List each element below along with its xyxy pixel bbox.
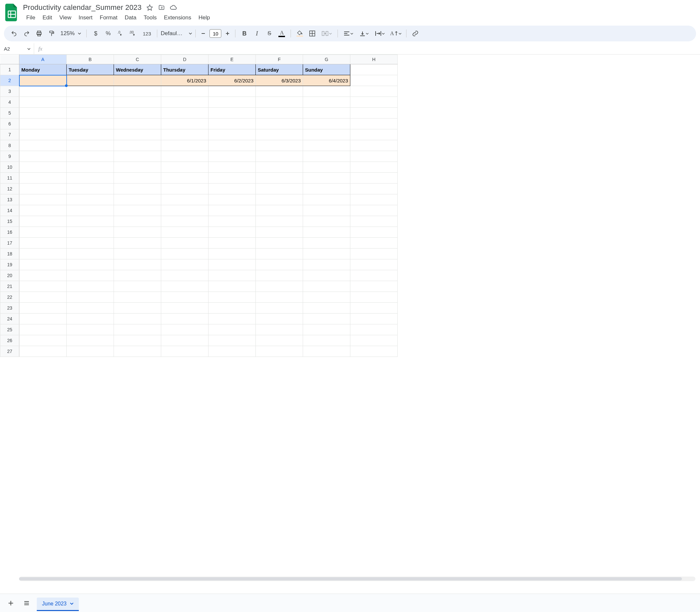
cell[interactable] (114, 249, 161, 259)
name-box[interactable]: A2 (0, 43, 34, 54)
cloud-status-icon[interactable] (170, 4, 177, 11)
cell[interactable] (256, 324, 303, 335)
text-color-button[interactable]: A (276, 28, 287, 39)
cell[interactable] (350, 75, 397, 86)
cell[interactable] (350, 183, 397, 194)
selection-handle[interactable] (65, 84, 68, 87)
row-header[interactable]: 20 (0, 270, 19, 281)
row-header[interactable]: 23 (0, 303, 19, 314)
cell[interactable] (19, 249, 67, 259)
cell[interactable] (350, 216, 397, 227)
cell[interactable] (161, 227, 209, 238)
row-header[interactable]: 22 (0, 292, 19, 303)
row-header[interactable]: 10 (0, 162, 19, 173)
row-header[interactable]: 2 (0, 75, 19, 86)
cell[interactable] (67, 151, 114, 162)
cell[interactable] (350, 292, 397, 303)
cell[interactable] (350, 270, 397, 281)
row-header[interactable]: 5 (0, 108, 19, 119)
cell[interactable] (19, 270, 67, 281)
cell[interactable]: Monday (19, 64, 67, 75)
cell[interactable] (209, 162, 256, 173)
cell[interactable]: Friday (209, 64, 256, 75)
percent-button[interactable]: % (102, 28, 114, 39)
cell[interactable] (114, 108, 161, 119)
cell[interactable] (303, 227, 350, 238)
cell[interactable] (256, 227, 303, 238)
cell[interactable] (67, 259, 114, 270)
cell[interactable] (19, 119, 67, 129)
cell[interactable] (19, 303, 67, 314)
insert-link-button[interactable] (410, 28, 421, 39)
cell[interactable] (256, 346, 303, 357)
row-header[interactable]: 14 (0, 205, 19, 216)
row-header[interactable]: 19 (0, 259, 19, 270)
cell[interactable] (161, 216, 209, 227)
redo-button[interactable] (21, 28, 32, 39)
print-button[interactable] (33, 28, 45, 39)
increase-decimal-button[interactable]: .00 (127, 28, 139, 39)
cell[interactable] (303, 292, 350, 303)
cell[interactable] (303, 270, 350, 281)
cell[interactable] (350, 281, 397, 292)
cell[interactable] (67, 194, 114, 205)
spreadsheet-grid[interactable]: ABCDEFGH1MondayTuesdayWednesdayThursdayF… (0, 55, 700, 581)
cell[interactable] (350, 129, 397, 140)
cell[interactable] (114, 119, 161, 129)
cell[interactable] (209, 97, 256, 108)
cell[interactable] (209, 205, 256, 216)
cell[interactable] (350, 173, 397, 183)
menu-format[interactable]: Format (97, 13, 121, 22)
cell[interactable] (67, 205, 114, 216)
column-header[interactable]: F (256, 55, 303, 64)
row-header[interactable]: 3 (0, 86, 19, 97)
cell[interactable] (114, 216, 161, 227)
cell[interactable] (350, 64, 397, 75)
cell[interactable] (161, 173, 209, 183)
row-header[interactable]: 13 (0, 194, 19, 205)
cell[interactable] (114, 194, 161, 205)
cell[interactable] (209, 108, 256, 119)
cell[interactable] (161, 324, 209, 335)
cell[interactable] (256, 183, 303, 194)
cell[interactable] (303, 129, 350, 140)
cell[interactable] (114, 162, 161, 173)
font-select[interactable]: Defaul… (160, 30, 192, 37)
cell[interactable] (350, 194, 397, 205)
cell[interactable] (256, 238, 303, 249)
cell[interactable] (303, 216, 350, 227)
cell[interactable] (161, 303, 209, 314)
increase-font-button[interactable] (223, 28, 232, 39)
cell[interactable] (256, 86, 303, 97)
cell[interactable] (19, 194, 67, 205)
cell[interactable] (209, 140, 256, 151)
cell[interactable] (114, 346, 161, 357)
cell[interactable] (19, 173, 67, 183)
menu-help[interactable]: Help (195, 13, 213, 22)
cell[interactable]: 6/2/2023 (209, 75, 256, 86)
merge-button[interactable] (319, 28, 334, 39)
cell[interactable] (161, 249, 209, 259)
cell[interactable] (114, 75, 161, 86)
cell[interactable] (114, 151, 161, 162)
cell[interactable] (209, 314, 256, 324)
decrease-decimal-button[interactable]: .0 (115, 28, 126, 39)
cell[interactable] (161, 270, 209, 281)
cell[interactable] (303, 173, 350, 183)
cell[interactable] (256, 108, 303, 119)
move-folder-icon[interactable] (158, 4, 165, 11)
column-header[interactable]: E (209, 55, 256, 64)
cell[interactable] (303, 314, 350, 324)
cell[interactable] (67, 162, 114, 173)
column-header[interactable]: B (67, 55, 114, 64)
cell[interactable] (350, 205, 397, 216)
cell[interactable]: 6/4/2023 (303, 75, 350, 86)
cell[interactable] (256, 281, 303, 292)
cell[interactable] (67, 119, 114, 129)
cell[interactable] (350, 119, 397, 129)
cell[interactable] (161, 194, 209, 205)
cell[interactable] (303, 281, 350, 292)
cell[interactable] (19, 86, 67, 97)
cell[interactable] (209, 335, 256, 346)
cell[interactable] (161, 97, 209, 108)
